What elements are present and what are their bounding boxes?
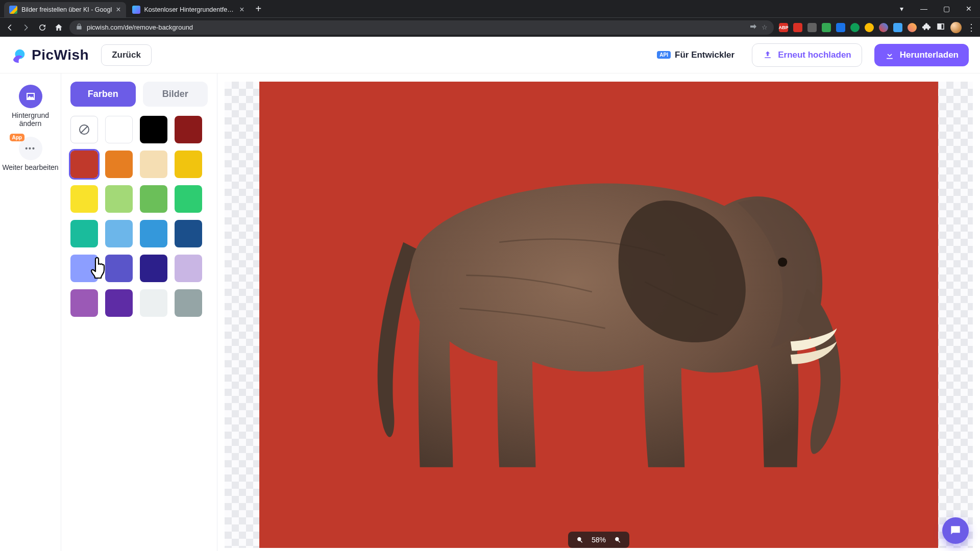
color-swatch[interactable] — [70, 289, 98, 317]
color-swatch[interactable] — [105, 255, 133, 282]
extension-abp-icon[interactable]: ABP — [779, 23, 788, 32]
browser-tab[interactable]: Bilder freistellen über KI - Googl × — [4, 2, 126, 17]
tabs-dropdown-icon[interactable]: ▾ — [890, 0, 913, 17]
color-swatch[interactable] — [105, 116, 133, 143]
extension-icon[interactable] — [908, 23, 917, 32]
tab-favicon — [132, 6, 140, 14]
extension-icon[interactable] — [793, 23, 802, 32]
color-swatch[interactable] — [105, 151, 133, 178]
window-close-icon[interactable]: ✕ — [958, 0, 980, 17]
color-swatches — [70, 116, 208, 317]
browser-tab-strip: Bilder freistellen über KI - Googl × Kos… — [0, 0, 980, 17]
extension-icon[interactable] — [865, 23, 874, 32]
bg-tabs: Farben Bilder — [70, 82, 208, 107]
browser-tab[interactable]: Kostenloser Hintergrundentferne × — [127, 2, 250, 17]
download-button[interactable]: Herunterladen — [874, 44, 969, 66]
color-swatch[interactable] — [105, 185, 133, 213]
zoom-out-button[interactable] — [575, 535, 584, 544]
extensions-area: ABP ⋮ — [779, 22, 976, 33]
color-swatch[interactable] — [105, 220, 133, 247]
tab-close-icon[interactable]: × — [116, 6, 120, 14]
tab-favicon — [9, 6, 17, 14]
rail-label: Weiter bearbeiten — [2, 163, 58, 171]
color-swatch[interactable] — [140, 151, 167, 178]
app-header: PicWish Zurück API Für Entwickler Erneut… — [0, 37, 980, 73]
brand-logo[interactable]: PicWish — [11, 47, 89, 63]
tab-images[interactable]: Bilder — [143, 82, 208, 107]
color-swatch[interactable] — [175, 116, 202, 143]
app-badge: App — [10, 134, 24, 141]
canvas: 58% — [217, 73, 980, 551]
download-icon — [885, 50, 895, 60]
developers-link[interactable]: API Für Entwickler — [652, 47, 740, 63]
zoom-value: 58% — [592, 536, 606, 544]
color-swatch[interactable] — [140, 255, 167, 282]
brand-mark-icon — [11, 47, 27, 63]
side-panel-icon[interactable] — [936, 22, 945, 33]
nav-home-icon[interactable] — [53, 22, 64, 33]
address-bar[interactable]: picwish.com/de/remove-background ☆ — [69, 20, 774, 35]
svg-line-2 — [81, 126, 88, 133]
tab-colors[interactable]: Farben — [70, 82, 136, 107]
rail-label: Hintergrund ändern — [0, 111, 61, 128]
tab-close-icon[interactable]: × — [239, 6, 244, 14]
nav-back-icon[interactable] — [4, 22, 15, 33]
color-swatch[interactable] — [70, 185, 98, 213]
color-swatch[interactable] — [105, 289, 133, 317]
bookmark-star-icon[interactable]: ☆ — [762, 23, 768, 31]
back-button[interactable]: Zurück — [101, 44, 152, 66]
support-chat-button[interactable] — [942, 517, 969, 544]
window-maximize-icon[interactable]: ▢ — [935, 0, 958, 17]
color-swatch[interactable] — [175, 289, 202, 317]
tab-title: Kostenloser Hintergrundentferne — [144, 6, 236, 13]
extensions-menu-icon[interactable] — [922, 22, 931, 33]
browser-toolbar: picwish.com/de/remove-background ☆ ABP ⋮ — [0, 17, 980, 37]
color-swatch[interactable] — [70, 220, 98, 247]
zoom-in-button[interactable] — [613, 535, 622, 544]
brand-name: PicWish — [32, 47, 89, 63]
color-swatch[interactable] — [70, 116, 98, 143]
window-controls: ▾ — ▢ ✕ — [890, 0, 980, 17]
url-text: picwish.com/de/remove-background — [87, 23, 745, 31]
extension-icon[interactable] — [879, 23, 888, 32]
reupload-button[interactable]: Erneut hochladen — [752, 43, 862, 67]
tool-rail: Hintergrund ändern App ••• Weiter bearbe… — [0, 73, 61, 551]
chat-icon — [949, 524, 962, 537]
color-swatch[interactable] — [140, 220, 167, 247]
change-background-icon — [19, 85, 42, 108]
extension-icon[interactable] — [807, 23, 817, 32]
color-swatch[interactable] — [140, 116, 167, 143]
profile-avatar[interactable] — [950, 22, 962, 33]
window-minimize-icon[interactable]: — — [913, 0, 935, 17]
zoom-bar: 58% — [568, 532, 629, 548]
browser-menu-icon[interactable]: ⋮ — [967, 23, 976, 32]
more-edit-icon: App ••• — [19, 137, 42, 160]
extension-icon[interactable] — [850, 23, 860, 32]
extension-icon[interactable] — [893, 23, 902, 32]
rail-more-edit[interactable]: App ••• Weiter bearbeiten — [2, 137, 58, 171]
extension-icon[interactable] — [836, 23, 845, 32]
color-swatch[interactable] — [175, 220, 202, 247]
svg-point-3 — [778, 257, 787, 266]
extension-icon[interactable] — [822, 23, 831, 32]
color-swatch[interactable] — [175, 185, 202, 213]
nav-forward-icon[interactable] — [20, 22, 32, 33]
background-panel: Farben Bilder — [61, 73, 217, 551]
color-swatch[interactable] — [140, 185, 167, 213]
color-swatch[interactable] — [175, 255, 202, 282]
image-surface[interactable] — [259, 82, 938, 548]
rail-change-background[interactable]: Hintergrund ändern — [0, 85, 61, 128]
color-swatch[interactable] — [175, 151, 202, 178]
main-area: Hintergrund ändern App ••• Weiter bearbe… — [0, 73, 980, 551]
api-badge-icon: API — [657, 51, 671, 59]
nav-reload-icon[interactable] — [37, 22, 48, 33]
share-icon[interactable] — [749, 22, 757, 32]
color-swatch[interactable] — [140, 289, 167, 317]
tab-title: Bilder freistellen über KI - Googl — [21, 6, 112, 13]
color-swatch[interactable] — [70, 255, 98, 282]
new-tab-button[interactable]: + — [251, 3, 267, 15]
upload-icon — [763, 50, 773, 60]
subject-image — [334, 133, 863, 497]
color-swatch[interactable] — [70, 151, 98, 178]
lock-icon — [76, 23, 83, 32]
